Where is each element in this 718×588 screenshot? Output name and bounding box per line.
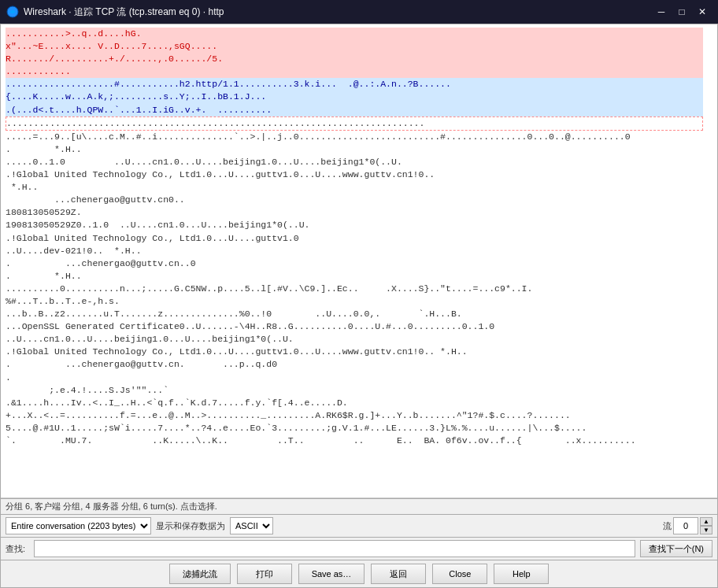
save-as-button[interactable]: Save as… <box>298 564 365 584</box>
stream-label: 流 <box>663 520 672 532</box>
content-line: . ...chenergao@guttv.cn. ...p..q.d0 <box>6 358 703 371</box>
content-area[interactable]: ...........>..q..d....hG. x"...~E....x..… <box>1 24 717 498</box>
content-line: x"...~E....x.... V..D....7....,sGQ..... <box>6 40 703 53</box>
button-row: 滤捕此流 打印 Save as… 返回 Close Help <box>1 560 717 587</box>
content-line: +...X..<..=..........f.=...e..@..M..>...… <box>6 409 703 422</box>
content-line: .....0..1.0 ..U....cn1.0...U....beijing1… <box>6 156 703 168</box>
status-bar: 分组 6, 客户端 分组, 4 服务器 分组, 6 turn(s). 点击选择. <box>1 498 717 514</box>
content-line: ...chenergao@guttv.cn0.. <box>6 194 703 206</box>
status-text: 分组 6, 客户端 分组, 4 服务器 分组, 6 turn(s). 点击选择. <box>6 501 217 512</box>
content-line: *.H.. <box>6 181 703 194</box>
title-bar: Wireshark · 追踪 TCP 流 (tcp.stream eq 0) ·… <box>0 0 718 24</box>
search-label: 查找: <box>6 543 29 555</box>
content-inner: ...........>..q..d....hG. x"...~E....x..… <box>1 24 717 450</box>
minimize-button[interactable]: ─ <box>652 4 671 20</box>
content-line: .&1....h....Iv..<..I_..H..<`q.f..`K.d.7.… <box>6 397 703 409</box>
main-window: ...........>..q..d....hG. x"...~E....x..… <box>0 24 718 588</box>
print-button[interactable]: 打印 <box>237 564 292 584</box>
content-line: {....K.....w...A.k,;.........s..Y;..I..b… <box>6 91 703 103</box>
back-button[interactable]: 返回 <box>371 564 426 584</box>
content-line: .!Global United Technology Co., Ltd1.0..… <box>6 346 703 358</box>
stream-up-button[interactable]: ▲ <box>700 517 712 526</box>
content-line: . *.H.. <box>6 143 703 156</box>
filter-button[interactable]: 滤捕此流 <box>169 564 231 584</box>
stream-control: 流 ▲ ▼ <box>663 517 712 534</box>
content-line: `. .MU.7. ..K.....\..K.. ..T.. .. E.. BA… <box>6 435 703 447</box>
display-save-select[interactable]: ASCII <box>230 517 273 534</box>
search-input[interactable] <box>34 540 635 557</box>
content-line: . <box>6 372 703 384</box>
content-line: R......./..........+./......,.0....../5. <box>6 53 703 65</box>
close-window-button[interactable]: ✕ <box>693 4 712 20</box>
title-bar-left: Wireshark · 追踪 TCP 流 (tcp.stream eq 0) ·… <box>6 6 224 19</box>
content-line: .!Global United Technology Co., Ltd1.0..… <box>6 232 703 245</box>
content-line: ...b..B..z2.......u.T.......z...........… <box>6 308 703 320</box>
content-line: .....=...9..[u\....c.M..#..i............… <box>6 131 703 143</box>
content-line: ;.e.4.!....S.Js'""...` <box>6 384 703 397</box>
title-bar-text: Wireshark · 追踪 TCP 流 (tcp.stream eq 0) ·… <box>24 6 224 19</box>
content-line: ........................................… <box>6 116 703 131</box>
content-line: 180813050529Z. <box>6 206 703 219</box>
content-line: 190813050529Z0..1.0 ..U....cn1.0...U....… <box>6 219 703 231</box>
close-button[interactable]: Close <box>432 564 487 584</box>
app-icon <box>6 6 19 18</box>
content-line: .!Global United Technology Co., Ltd1.0..… <box>6 168 703 181</box>
content-line: 5....@.#1U..1.....;sW`i.....7....*..?4..… <box>6 422 703 435</box>
content-line: . ...chenergao@guttv.cn..0 <box>6 257 703 270</box>
maximize-button[interactable]: □ <box>672 4 691 20</box>
content-line: .(...d<.t....h.QPW..`...1..I.iG..v.+. ..… <box>6 104 703 116</box>
help-button[interactable]: Help <box>494 564 549 584</box>
controls-row: Entire conversation (2203 bytes) 显示和保存数据… <box>1 514 717 537</box>
content-line: ..........0..........n...;.....G.C5NW..p… <box>6 283 703 295</box>
content-line: . *.H.. <box>6 270 703 283</box>
content-line: ............ <box>6 65 703 78</box>
content-line: ....................#...........h2.http/… <box>6 78 703 91</box>
display-save-label: 显示和保存数据为 <box>156 520 225 532</box>
content-line: ..U....dev-021!0.. *.H.. <box>6 245 703 257</box>
content-line: ..U....cn1.0...U....beijing1.0...U....be… <box>6 333 703 346</box>
content-line: ...........>..q..d....hG. <box>6 28 703 40</box>
stream-down-button[interactable]: ▼ <box>700 526 712 534</box>
stream-arrows: ▲ ▼ <box>700 517 712 534</box>
conversation-select[interactable]: Entire conversation (2203 bytes) <box>6 517 151 534</box>
content-line: %#...T..b..T..e-,h.s. <box>6 295 703 308</box>
content-line: ...OpenSSL Generated Certificate0..U....… <box>6 320 703 333</box>
find-next-button[interactable]: 查找下一个(N) <box>640 540 712 557</box>
stream-input[interactable] <box>673 517 698 534</box>
title-bar-controls: ─ □ ✕ <box>652 4 712 20</box>
search-row: 查找: 查找下一个(N) <box>1 537 717 560</box>
